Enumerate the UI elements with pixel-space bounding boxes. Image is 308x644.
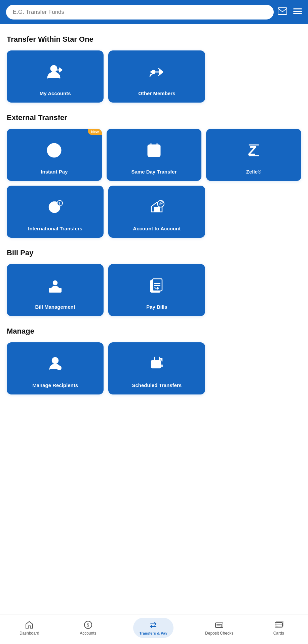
tile-account-to-account[interactable]: $ Account to Account — [108, 186, 205, 238]
tile-scheduled-transfers[interactable]: $ Scheduled Transfers — [108, 342, 205, 394]
tile-bill-management-label: Bill Management — [35, 304, 75, 310]
nav-cards-label: Cards — [273, 631, 284, 636]
tile-my-accounts[interactable]: My Accounts — [7, 50, 104, 103]
person-transfer-icon — [46, 58, 64, 86]
instant-pay-icon: 24/7 — [45, 136, 63, 164]
header — [0, 0, 308, 24]
nav-cards[interactable]: Cards — [265, 620, 292, 636]
menu-icon[interactable] — [293, 8, 302, 16]
tile-instant-pay-label: Instant Pay — [41, 168, 68, 175]
tile-scheduled-transfers-label: Scheduled Transfers — [132, 382, 182, 389]
tile-international-transfers-label: International Transfers — [28, 225, 82, 232]
tile-zelle-label: Zelle® — [246, 168, 261, 175]
bill-management-icon: $ — [46, 271, 64, 300]
new-badge: New — [88, 129, 102, 135]
zelle-icon: Z — [245, 136, 263, 164]
section-title-transfer-within: Transfer Within Star One — [7, 35, 301, 44]
svg-text:$: $ — [221, 624, 222, 628]
tile-pay-bills[interactable]: $ Pay Bills — [108, 264, 205, 316]
svg-text:$: $ — [87, 622, 89, 628]
tile-other-members-label: Other Members — [138, 90, 175, 97]
tile-manage-recipients-label: Manage Recipients — [32, 382, 78, 389]
main-content: Transfer Within Star One My Accounts — [0, 24, 308, 635]
tile-zelle[interactable]: Z Zelle® — [206, 129, 301, 181]
nav-dashboard-label: Dashboard — [20, 631, 39, 636]
nav-transfers-label: Transfers & Pay — [139, 631, 167, 635]
section-title-manage: Manage — [7, 327, 301, 336]
svg-point-4 — [51, 66, 57, 72]
pay-bills-icon: $ — [148, 271, 165, 300]
mail-icon[interactable] — [278, 7, 287, 17]
external-transfer-grid-row1: New 24/7 Instant Pay — [7, 129, 301, 181]
svg-point-6 — [152, 70, 155, 74]
scheduled-transfers-icon: $ — [148, 350, 165, 378]
svg-text:$: $ — [159, 202, 161, 206]
nav-accounts[interactable]: $ Accounts — [75, 620, 102, 636]
tile-pay-bills-label: Pay Bills — [146, 304, 167, 310]
tile-account-to-account-label: Account to Account — [133, 225, 181, 232]
transfer-within-grid: My Accounts $ Other Members — [7, 50, 205, 103]
svg-rect-46 — [160, 365, 163, 367]
nav-transfers[interactable]: Transfers & Pay — [133, 618, 173, 638]
svg-rect-0 — [278, 8, 287, 14]
svg-rect-26 — [154, 207, 159, 212]
svg-text:$: $ — [153, 151, 155, 155]
svg-text:$: $ — [54, 289, 55, 292]
same-day-icon: $ — [145, 136, 163, 164]
account-to-account-icon: $ — [148, 193, 165, 221]
external-transfer-grid-row2: $ International Transfers $ Account to A… — [7, 186, 205, 238]
svg-text:$: $ — [159, 70, 161, 73]
bill-pay-grid: $ Bill Management $ Pay Bills — [7, 264, 205, 316]
bottom-nav: Dashboard $ Accounts Transfers & Pay $ D… — [0, 614, 308, 644]
tile-same-day-transfer[interactable]: $ Same Day Transfer — [107, 129, 202, 181]
svg-text:$: $ — [155, 363, 157, 366]
header-icons — [278, 7, 302, 17]
manage-recipients-icon — [46, 350, 64, 378]
svg-text:$: $ — [154, 287, 156, 290]
tile-bill-management[interactable]: $ Bill Management — [7, 264, 104, 316]
svg-point-29 — [53, 281, 57, 285]
search-input[interactable] — [6, 5, 274, 20]
tile-other-members[interactable]: $ Other Members — [108, 50, 205, 103]
tile-international-transfers[interactable]: $ International Transfers — [7, 186, 104, 238]
nav-deposit-checks[interactable]: $ Deposit Checks — [205, 620, 233, 636]
members-transfer-icon: $ — [148, 58, 165, 86]
nav-dashboard[interactable]: Dashboard — [16, 620, 43, 636]
svg-rect-2 — [293, 11, 302, 12]
nav-deposit-checks-label: Deposit Checks — [205, 631, 233, 636]
svg-rect-1 — [293, 8, 302, 9]
svg-rect-3 — [293, 13, 302, 14]
section-title-external-transfer: External Transfer — [7, 113, 301, 122]
manage-grid: Manage Recipients $ Scheduled Transfers — [7, 342, 205, 394]
nav-accounts-label: Accounts — [80, 631, 96, 636]
tile-instant-pay[interactable]: New 24/7 Instant Pay — [7, 129, 102, 181]
svg-text:$: $ — [59, 202, 60, 205]
section-title-bill-pay: Bill Pay — [7, 249, 301, 257]
tile-my-accounts-label: My Accounts — [40, 90, 71, 97]
svg-point-38 — [52, 357, 58, 364]
tile-same-day-transfer-label: Same Day Transfer — [131, 168, 177, 175]
svg-point-40 — [59, 367, 60, 369]
tile-manage-recipients[interactable]: Manage Recipients — [7, 342, 104, 394]
international-icon: $ — [46, 193, 64, 221]
